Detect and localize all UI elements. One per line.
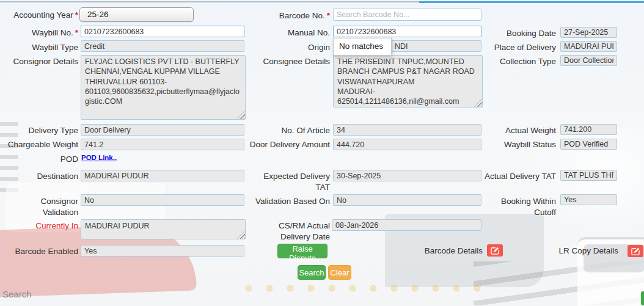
pod-label: POD: [5, 154, 78, 165]
top-divider-right: [419, 1, 644, 3]
waybill-no-label: Waybill No.*: [5, 27, 78, 38]
actual-weight-label: Actual Weight: [484, 125, 556, 136]
accounting-year-select[interactable]: 25-26: [79, 7, 194, 22]
waybill-type-field[interactable]: [81, 40, 244, 52]
expected-delivery-tat-field[interactable]: [333, 170, 481, 181]
cs-rm-actual-delivery-date-field[interactable]: [332, 219, 481, 231]
required-asterisk: *: [327, 11, 330, 20]
booking-within-cutoff-label: Booking Within Cutoff: [484, 196, 556, 218]
pod-link[interactable]: POD Link..: [81, 154, 117, 161]
consignor-details-textarea[interactable]: FLYJAC LOGISTICS PVT LTD - BUTTERFLY CHE…: [81, 55, 246, 120]
barcode-no-search-input[interactable]: [333, 9, 481, 21]
booking-date-label: Booking Date: [484, 28, 556, 39]
currently-in-label: Currently In: [5, 220, 78, 231]
waybill-status-label: Waybill Status: [484, 139, 556, 150]
no-of-article-field[interactable]: [333, 124, 481, 136]
cs-rm-actual-delivery-date-label: CS/RM Actual Delivery Date: [249, 220, 330, 242]
actual-delivery-tat-field[interactable]: [560, 170, 617, 181]
accounting-year-label: Accounting Year*: [5, 10, 78, 21]
consignor-details-label: Consignor Details: [5, 56, 78, 67]
manual-no-label: Manual No.: [249, 27, 330, 38]
edit-pencil-icon: [491, 247, 499, 255]
required-asterisk: *: [75, 10, 78, 20]
waybill-status-field[interactable]: [560, 139, 617, 150]
door-delivery-amount-label: Door Delivery Amount: [249, 139, 330, 150]
top-divider-left: [0, 1, 419, 2]
edge-green-button-sliver[interactable]: [641, 291, 644, 305]
search-button[interactable]: Search: [298, 265, 326, 280]
consignor-validation-field[interactable]: [81, 194, 244, 206]
place-of-delivery-field[interactable]: [560, 41, 617, 52]
barcode-no-label: Barcode No.*: [249, 10, 330, 21]
door-delivery-amount-field[interactable]: [333, 139, 481, 150]
validation-based-on-label: Validation Based On: [249, 196, 330, 207]
chargeable-weight-field[interactable]: [81, 139, 244, 150]
barcode-enabled-label: Barcode Enabled: [5, 246, 78, 257]
collection-type-field[interactable]: [560, 55, 617, 66]
waybill-type-label: Waybill Type: [5, 42, 78, 53]
barcode-details-edit-button[interactable]: [487, 244, 503, 257]
required-asterisk: *: [75, 28, 78, 37]
watermark-yellow-dots: [238, 276, 495, 305]
expected-delivery-tat-label: Expected Delivery TAT: [249, 171, 330, 193]
barcode-details-label: Barcode Details: [391, 246, 483, 257]
place-of-delivery-label: Place of Delivery: [484, 42, 556, 53]
edit-pencil-icon: [631, 247, 640, 255]
delivery-type-field[interactable]: [81, 124, 244, 136]
clear-button[interactable]: Clear: [328, 265, 351, 280]
validation-based-on-field[interactable]: [333, 194, 481, 206]
booking-date-field[interactable]: [560, 27, 617, 38]
destination-field[interactable]: [81, 170, 244, 181]
footer-search-text: Search: [2, 289, 32, 299]
actual-weight-field[interactable]: [560, 124, 617, 135]
raise-dispute-button[interactable]: Raise Dispute: [277, 244, 327, 258]
actual-delivery-tat-label: Actual Delivery TAT: [484, 171, 556, 182]
lr-copy-details-label: LR Copy Details: [525, 246, 618, 257]
booking-within-cutoff-field[interactable]: [560, 194, 617, 205]
no-of-article-label: No. Of Article: [249, 125, 330, 136]
currently-in-textarea[interactable]: MADURAI PUDUR: [81, 219, 246, 239]
origin-label: Origin: [249, 42, 330, 53]
consignee-details-label: Consignee Details: [249, 56, 330, 67]
consignor-validation-label: Consignor Validation: [5, 196, 78, 218]
delivery-type-label: Delivery Type: [5, 125, 78, 136]
waybill-search-page: Accounting Year* 25-26 Waybill No.* Wayb…: [0, 0, 644, 306]
consignee-details-textarea[interactable]: THE PRISEDINT TNPUC,MOUNTED BRANCH CAMPU…: [333, 55, 483, 107]
waybill-no-input[interactable]: [81, 26, 244, 37]
no-matches-dropdown: No matches: [333, 38, 392, 56]
manual-no-input[interactable]: [333, 26, 481, 37]
chargeable-weight-label: Chargeable Weight: [5, 139, 78, 150]
watermark-railing: [474, 261, 644, 305]
barcode-enabled-field[interactable]: [81, 245, 244, 257]
destination-label: Destination: [5, 171, 78, 182]
lr-copy-details-edit-button[interactable]: [628, 245, 643, 257]
collection-type-label: Collection Type: [484, 56, 556, 67]
